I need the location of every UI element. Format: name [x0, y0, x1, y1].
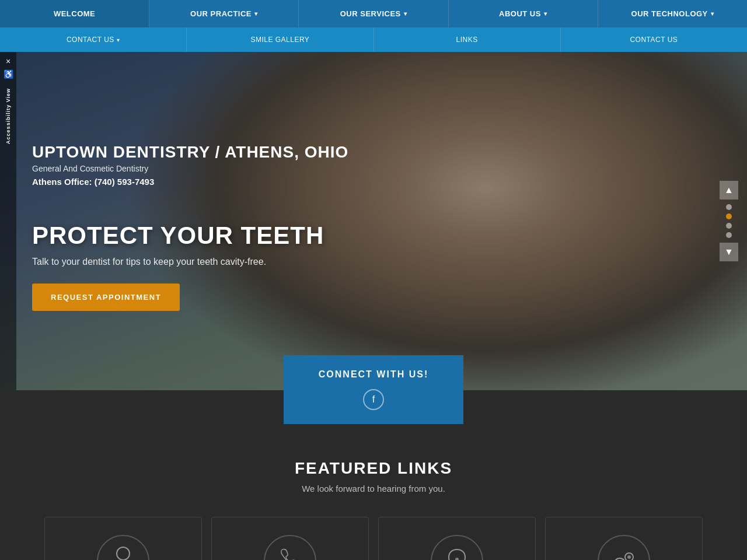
chevron-down-icon: ▾ [254, 10, 258, 17]
connect-title: CONNECT WITH US! [319, 369, 428, 380]
sub-contact-us[interactable]: CONTACT US ▾ [0, 27, 187, 52]
nav-our-practice[interactable]: OUR PRACTICE ▾ [149, 0, 299, 27]
sub-navigation: CONTACT US ▾ SMILE GALLERY LINKS CONTACT… [0, 27, 747, 52]
top-navigation: WELCOME OUR PRACTICE ▾ OUR SERVICES ▾ AB… [0, 0, 747, 27]
featured-card-3[interactable] [378, 517, 536, 560]
slider-down-arrow[interactable]: ▼ [720, 243, 738, 261]
chevron-down-icon: ▾ [544, 10, 547, 17]
nav-welcome[interactable]: WELCOME [0, 0, 149, 27]
featured-links-subtitle: We look forward to hearing from you. [23, 484, 724, 494]
slider-dot-1[interactable] [726, 204, 732, 210]
featured-card-4[interactable] [545, 517, 703, 560]
featured-links-title: FEATURED LINKS [23, 459, 724, 478]
featured-cards [23, 517, 724, 560]
card-icon-phone [264, 535, 316, 560]
nav-about-us[interactable]: ABOUT US ▾ [449, 0, 598, 27]
hero-subtext: Talk to your dentist for tips to keep yo… [32, 257, 747, 267]
slider-up-arrow[interactable]: ▲ [720, 181, 738, 200]
hero-headline: PROTECT YOUR TEETH [32, 222, 747, 250]
svg-point-5 [627, 555, 631, 559]
sub-contact-us-2[interactable]: CONTACT US [561, 27, 747, 52]
accessibility-icon: ♿ [4, 69, 13, 79]
card-icon-tooth [431, 535, 483, 560]
facebook-icon[interactable]: f [363, 389, 384, 410]
svg-point-0 [117, 547, 130, 560]
slider-navigation: ▲ ▼ [720, 181, 738, 261]
practice-phone: Athens Office: (740) 593-7493 [32, 177, 747, 187]
accessibility-sidebar: × ♿ Accessibility View [0, 52, 16, 390]
slider-dots [726, 204, 732, 238]
close-accessibility-button[interactable]: × [6, 57, 11, 66]
chevron-down-icon: ▾ [404, 10, 407, 17]
nav-our-services[interactable]: OUR SERVICES ▾ [299, 0, 448, 27]
slider-dot-2[interactable] [726, 214, 732, 219]
card-icon-settings [598, 535, 650, 560]
accessibility-view-label[interactable]: Accessibility View [5, 88, 11, 144]
practice-name: UPTOWN DENTISTRY / ATHENS, OHIO [32, 143, 747, 162]
hero-section: × ♿ Accessibility View UPTOWN DENTISTRY … [0, 52, 747, 390]
featured-section: FEATURED LINKS We look forward to hearin… [0, 424, 747, 560]
hero-content: UPTOWN DENTISTRY / ATHENS, OHIO General … [0, 131, 747, 311]
request-appointment-button[interactable]: REQUEST APPOINTMENT [32, 284, 180, 311]
connect-section: CONNECT WITH US! f [0, 355, 747, 424]
slider-dot-3[interactable] [726, 223, 732, 229]
facebook-f-icon: f [372, 394, 375, 405]
sub-smile-gallery[interactable]: SMILE GALLERY [187, 27, 374, 52]
nav-our-technology[interactable]: OUR TECHNOLOGY ▾ [598, 0, 747, 27]
featured-card-2[interactable] [211, 517, 369, 560]
connect-box: CONNECT WITH US! f [284, 355, 463, 424]
featured-card-1[interactable] [44, 517, 202, 560]
svg-point-1 [455, 558, 459, 560]
practice-subtitle: General And Cosmetic Dentistry [32, 164, 747, 173]
chevron-down-icon: ▾ [117, 37, 120, 43]
connect-icons: f [319, 389, 428, 410]
chevron-down-icon: ▾ [711, 10, 714, 17]
slider-dot-4[interactable] [726, 232, 732, 238]
sub-links[interactable]: LINKS [374, 27, 561, 52]
card-icon-person [97, 535, 149, 560]
